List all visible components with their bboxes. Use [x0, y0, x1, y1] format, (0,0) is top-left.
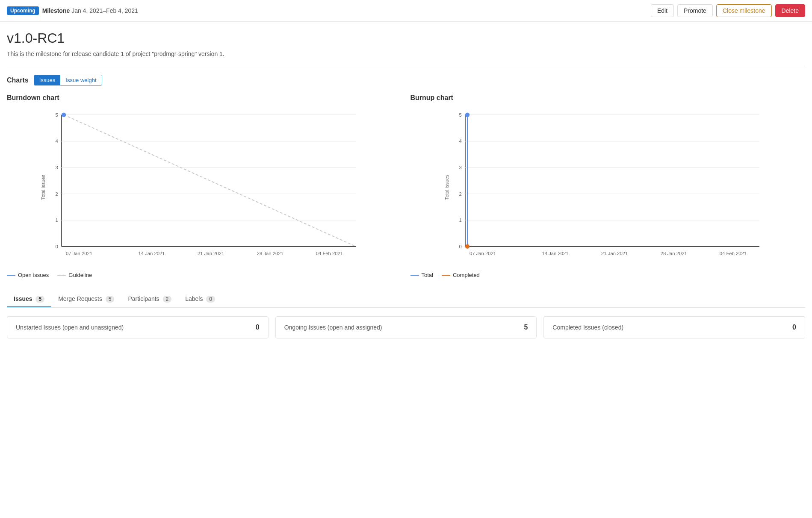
ongoing-issues-card: Ongoing Issues (open and assigned) 5	[275, 316, 537, 338]
svg-text:21 Jan 2021: 21 Jan 2021	[601, 251, 628, 256]
close-milestone-button[interactable]: Close milestone	[716, 4, 772, 17]
completed-issues-card: Completed Issues (closed) 0	[543, 316, 805, 338]
charts-label: Charts	[7, 77, 29, 84]
legend-guideline: Guideline	[57, 272, 92, 278]
status-badge: Upcoming	[7, 6, 39, 15]
header-left: Upcoming Milestone Jan 4, 2021–Feb 4, 20…	[7, 6, 138, 15]
svg-line-19	[64, 115, 356, 247]
chart-type-tabs: Issues Issue weight	[34, 75, 102, 85]
svg-text:3: 3	[459, 165, 461, 170]
burnup-chart-title: Burnup chart	[410, 94, 806, 102]
tab-issues[interactable]: Issues 5	[7, 291, 51, 307]
unstarted-issues-card: Unstarted Issues (open and unassigned) 0	[7, 316, 269, 338]
tab-participants[interactable]: Participants 2	[121, 291, 178, 307]
svg-point-42	[465, 112, 469, 117]
svg-text:28 Jan 2021: 28 Jan 2021	[660, 251, 687, 256]
svg-text:28 Jan 2021: 28 Jan 2021	[257, 251, 283, 256]
legend-total-label: Total	[422, 272, 433, 278]
tab-issues-count: 5	[35, 296, 44, 303]
svg-text:07 Jan 2021: 07 Jan 2021	[66, 251, 92, 256]
milestone-label: Milestone	[42, 7, 70, 14]
completed-issues-count: 0	[792, 324, 796, 331]
tab-merge-requests-label: Merge Requests	[58, 295, 102, 302]
tabs-section: Issues 5 Merge Requests 5 Participants 2…	[7, 291, 805, 308]
ongoing-issues-label: Ongoing Issues (open and assigned)	[284, 324, 382, 331]
tab-labels[interactable]: Labels 0	[178, 291, 222, 307]
page-description: This is the milestone for release candid…	[7, 50, 805, 57]
burnup-chart-area: Total issues 5 4 3 2 1 0	[410, 106, 806, 268]
header-actions: Edit Promote Close milestone Delete	[651, 4, 805, 17]
legend-guideline-line	[57, 275, 66, 276]
legend-open-label: Open issues	[18, 272, 49, 278]
milestone-date-range: Jan 4, 2021–Feb 4, 2021	[71, 7, 138, 14]
svg-text:04 Feb 2021: 04 Feb 2021	[316, 251, 343, 256]
svg-point-20	[62, 112, 66, 117]
legend-total-line	[410, 275, 419, 276]
svg-text:5: 5	[55, 112, 58, 118]
tab-issue-weight[interactable]: Issue weight	[60, 75, 101, 85]
burndown-chart-title: Burndown chart	[7, 94, 402, 102]
burndown-svg: Total issues 5 4 3 2 1 0	[7, 106, 402, 268]
svg-text:21 Jan 2021: 21 Jan 2021	[198, 251, 224, 256]
charts-row: Burndown chart Total issues 5 4 3 2	[7, 94, 805, 278]
burndown-chart-area: Total issues 5 4 3 2 1 0	[7, 106, 402, 268]
tab-issues-label: Issues	[14, 295, 32, 302]
tab-merge-requests-count: 5	[106, 296, 115, 303]
svg-text:14 Jan 2021: 14 Jan 2021	[138, 251, 165, 256]
svg-text:5: 5	[459, 112, 461, 118]
header-bar: Upcoming Milestone Jan 4, 2021–Feb 4, 20…	[0, 0, 812, 22]
charts-header: Charts Issues Issue weight	[7, 75, 805, 85]
svg-text:14 Jan 2021: 14 Jan 2021	[542, 251, 568, 256]
burnup-chart-container: Burnup chart Total issues 5 4 3 2	[410, 94, 806, 278]
svg-text:4: 4	[459, 138, 461, 144]
svg-text:0: 0	[459, 244, 461, 249]
burndown-legend: Open issues Guideline	[7, 272, 402, 278]
svg-text:Total issues: Total issues	[41, 174, 46, 200]
svg-text:04 Feb 2021: 04 Feb 2021	[719, 251, 746, 256]
tabs-nav: Issues 5 Merge Requests 5 Participants 2…	[7, 291, 805, 307]
main-content: v1.0-RC1 This is the milestone for relea…	[0, 22, 812, 347]
svg-text:2: 2	[459, 191, 461, 197]
issues-grid: Unstarted Issues (open and unassigned) 0…	[7, 316, 805, 338]
svg-text:2: 2	[55, 191, 58, 197]
tab-participants-count: 2	[163, 296, 172, 303]
completed-issues-label: Completed Issues (closed)	[552, 324, 623, 331]
promote-button[interactable]: Promote	[677, 4, 713, 17]
divider	[7, 66, 805, 66]
svg-text:07 Jan 2021: 07 Jan 2021	[469, 251, 496, 256]
burndown-chart-container: Burndown chart Total issues 5 4 3 2	[7, 94, 402, 278]
legend-open-line	[7, 275, 15, 276]
svg-text:0: 0	[55, 244, 58, 249]
tab-merge-requests[interactable]: Merge Requests 5	[51, 291, 121, 307]
delete-button[interactable]: Delete	[775, 4, 805, 17]
svg-text:4: 4	[55, 138, 58, 144]
legend-completed-label: Completed	[453, 272, 480, 278]
ongoing-issues-count: 5	[524, 324, 528, 331]
edit-button[interactable]: Edit	[651, 4, 674, 17]
legend-completed-line	[442, 275, 450, 276]
tab-participants-label: Participants	[128, 295, 159, 302]
milestone-date: Milestone Jan 4, 2021–Feb 4, 2021	[42, 7, 138, 14]
svg-text:1: 1	[459, 218, 461, 223]
legend-total: Total	[410, 272, 433, 278]
svg-text:1: 1	[55, 218, 58, 223]
tab-labels-count: 0	[206, 296, 215, 303]
unstarted-issues-count: 0	[256, 324, 260, 331]
legend-open-issues: Open issues	[7, 272, 49, 278]
legend-guideline-label: Guideline	[68, 272, 92, 278]
tab-labels-label: Labels	[185, 295, 203, 302]
legend-completed: Completed	[442, 272, 480, 278]
burnup-legend: Total Completed	[410, 272, 806, 278]
svg-point-41	[465, 244, 469, 249]
unstarted-issues-label: Unstarted Issues (open and unassigned)	[16, 324, 124, 331]
svg-text:Total issues: Total issues	[444, 174, 449, 200]
tab-issues[interactable]: Issues	[34, 75, 61, 85]
svg-text:3: 3	[55, 165, 58, 170]
page-title: v1.0-RC1	[7, 30, 805, 46]
burnup-svg: Total issues 5 4 3 2 1 0	[410, 106, 806, 268]
